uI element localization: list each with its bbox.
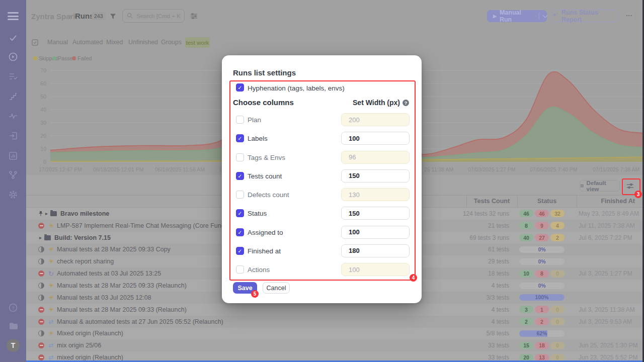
bar-chart-icon[interactable] <box>8 151 18 161</box>
manual-run-button[interactable]: ▶ Manual Run <box>487 10 547 22</box>
finished-at-cell: Jul 3, 2025 9:53 AM <box>579 316 632 328</box>
run-name-label: LMP-587 Implement Real-Time Chat Messagi… <box>57 222 245 229</box>
status-cell: 100% <box>519 292 565 304</box>
column-checkbox-tests-count[interactable]: ✓ <box>236 172 244 180</box>
width-input-assigned-to[interactable] <box>341 226 410 239</box>
default-view-button[interactable]: ≡ Default view <box>580 180 620 192</box>
mixed-run-icon: ⇄ <box>47 318 55 325</box>
status-failed-icon <box>38 319 44 325</box>
column-checkbox-actions[interactable] <box>236 265 244 274</box>
run-name-cell: ✳Manual tests at 28 Mar 2025 09:33 (Rela… <box>38 304 441 316</box>
tab-unfinished[interactable]: Unfinished <box>128 39 158 46</box>
gear-icon[interactable] <box>8 190 18 200</box>
column-checkbox-tags-envs[interactable] <box>236 153 244 161</box>
search-box[interactable] <box>122 9 185 23</box>
failed-badge: 1 <box>535 306 549 313</box>
status-cell: 1080 <box>519 267 566 280</box>
tests-count-cell: 33 tests <box>439 339 509 351</box>
legend-dot-passed <box>52 56 56 60</box>
status-failed-icon <box>38 307 44 313</box>
chart-x-label: 07/11/2025 7:38 AM <box>593 166 639 172</box>
column-label: Labels <box>248 135 268 142</box>
column-checkbox-status[interactable]: ✓ <box>236 209 244 217</box>
table-row[interactable]: ⇄Manual & automated tests at 27 Jun 2025… <box>26 316 642 328</box>
column-label: Tags & Envs <box>248 154 285 161</box>
table-row[interactable]: ✳Mixed origin (Relaunch)5/8 tests62% <box>26 328 642 340</box>
column-checkbox-finished-at[interactable]: ✓ <box>236 247 244 255</box>
width-input-status[interactable] <box>341 207 410 220</box>
table-row[interactable]: ✳Manual tests at 28 Mar 2025 09:33 (Rela… <box>26 304 642 316</box>
run-name-cell: ⇄mix origin 25/06 <box>38 339 441 351</box>
svg-text:60: 60 <box>40 80 46 86</box>
column-header-finished-at[interactable]: Finished At <box>577 198 637 205</box>
annotation-badge-3: 3 <box>634 191 642 198</box>
column-checkbox-assigned-to[interactable]: ✓ <box>236 228 244 236</box>
column-header-tests-count[interactable]: Tests Count <box>466 198 517 205</box>
width-input-actions <box>341 263 410 276</box>
pulse-icon[interactable] <box>8 111 18 121</box>
search-input[interactable] <box>135 13 181 20</box>
more-actions-button[interactable]: ··· <box>622 10 636 22</box>
failed-badge: 18 <box>535 342 549 349</box>
chevron-down-icon[interactable] <box>543 13 548 18</box>
width-input-tests-count[interactable] <box>341 169 410 183</box>
annotation-badge-5: 5 <box>251 290 259 298</box>
table-settings-button[interactable] <box>624 180 636 192</box>
chevron-right-icon[interactable]: ▸ <box>39 235 42 240</box>
passed-badge: 8 <box>519 222 533 229</box>
status-cell: 40272 <box>519 232 566 244</box>
hyphenation-checkbox[interactable]: ✓ <box>236 83 244 92</box>
select-all-icon[interactable] <box>32 39 38 48</box>
passed-badge: 10 <box>519 270 533 278</box>
status-cell: 220 <box>519 316 566 328</box>
tab-mixed[interactable]: Mixed <box>106 39 123 46</box>
run-name-label: Mixed origin (Relaunch) <box>57 330 123 337</box>
runs-status-report-label: Runs Status Report <box>561 9 617 23</box>
column-checkbox-defects-count[interactable] <box>236 191 244 199</box>
manual-run-icon: ✳ <box>47 258 55 265</box>
menu-icon[interactable] <box>8 12 19 20</box>
tab-groups[interactable]: Groups <box>161 39 182 46</box>
skipped-badge: 2 <box>550 234 565 241</box>
run-name-label: Manual tests at 03 Jul 2025 12:08 <box>57 294 151 301</box>
adjustments-icon[interactable] <box>190 13 198 22</box>
help-icon[interactable]: ? <box>8 303 18 313</box>
play-circle-icon[interactable] <box>8 52 18 62</box>
avatar[interactable]: T <box>7 339 20 352</box>
tab-automated[interactable]: Automated <box>72 39 103 46</box>
breadcrumb-current: Runs <box>75 12 94 20</box>
active-filter-chip[interactable]: test work <box>185 37 210 48</box>
progress-bar: 0% <box>519 246 565 253</box>
chevron-right-icon[interactable]: ▸ <box>45 211 48 216</box>
chart-x-label: 25 11:38 AM <box>424 166 453 172</box>
tests-count-cell: 18 tests <box>439 267 509 280</box>
tab-manual[interactable]: Manual <box>47 39 68 46</box>
search-icon <box>127 12 133 21</box>
manual-run-label: Manual Run <box>500 9 534 23</box>
width-input-plan <box>341 113 410 126</box>
column-checkbox-plan[interactable] <box>236 116 244 124</box>
legend-dot-failed <box>72 56 76 60</box>
column-header-status[interactable]: Status <box>517 198 577 205</box>
width-input-labels[interactable] <box>341 132 410 145</box>
column-checkbox-labels[interactable]: ✓ <box>236 134 244 142</box>
list-check-icon[interactable] <box>8 71 18 81</box>
import-icon[interactable] <box>8 131 18 141</box>
width-help-icon[interactable]: ? <box>403 100 409 106</box>
cancel-button[interactable]: Cancel <box>263 282 290 294</box>
play-icon: ▶ <box>493 14 497 19</box>
status-cell: 15180 <box>519 339 566 351</box>
finished-at-cell: Jul 11, 2025 7:38 AM <box>579 220 635 232</box>
branch-icon[interactable] <box>8 170 18 180</box>
table-row[interactable]: ⇄mix origin 25/0633 tests15180Jun 25, 20… <box>26 339 642 351</box>
width-input-finished-at[interactable] <box>341 244 410 257</box>
folder-icon[interactable] <box>8 321 18 331</box>
progress-bar: 62% <box>519 330 565 337</box>
check-icon[interactable] <box>8 33 18 43</box>
app-window: ? T Zyntra Spark › Runs 243 ▶ Manual Run <box>0 0 644 362</box>
runs-status-report-button[interactable]: Runs Status Report <box>552 10 618 22</box>
steps-icon[interactable] <box>8 92 18 102</box>
tests-count-cell: 4 tests <box>439 304 509 316</box>
filter-icon[interactable] <box>110 13 116 22</box>
tests-count-cell: 69 tests 3 runs <box>439 232 509 244</box>
